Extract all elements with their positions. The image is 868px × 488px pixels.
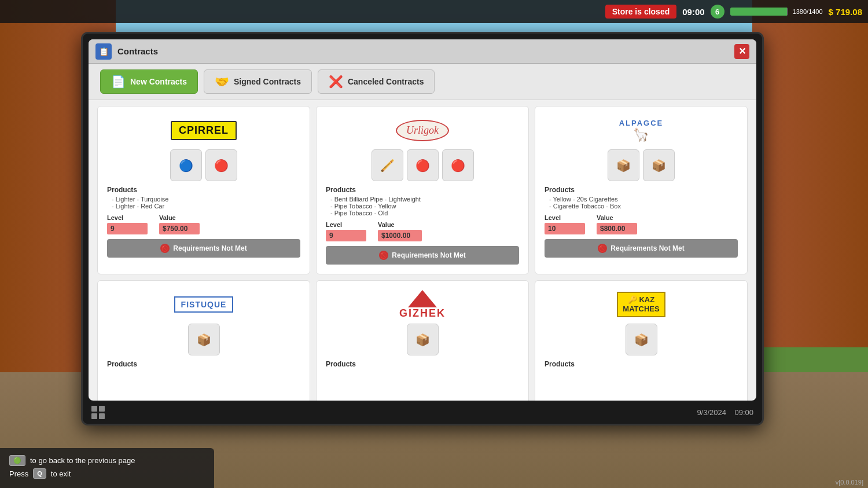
product-thumb-g1: 📦 — [407, 324, 439, 355]
products-list-1: Products Lighter - Turquoise Lighter - R… — [107, 186, 300, 210]
products-label-3: Products — [545, 186, 738, 194]
level-value-row-3: Level 10 Value $800.00 — [545, 214, 738, 234]
window-title: Contracts — [117, 46, 734, 56]
level-label-1: Level — [107, 214, 148, 221]
product-thumb-tobacco2: 🔴 — [442, 149, 474, 181]
products-list-5: Products — [326, 360, 519, 370]
window-titlebar: 📋 Contracts ✕ — [89, 39, 756, 64]
level-value-row-1: Level 9 Value $750.00 — [107, 214, 300, 234]
contract-card-5: GIZHEK 📦 Products — [316, 280, 529, 401]
store-closed-badge: Store is closed — [605, 5, 677, 19]
canceled-contracts-icon: ❌ — [329, 75, 343, 89]
product-thumb-k1: 📦 — [626, 324, 657, 355]
product-thumb-tobacco1: 🔴 — [407, 149, 439, 181]
products-label-1: Products — [107, 186, 300, 194]
value-label-1: Value — [159, 214, 200, 221]
tab-new-contracts[interactable]: 📄 New Contracts — [100, 69, 198, 94]
level-value-3: 10 — [545, 223, 585, 234]
hud-energy-fill — [730, 8, 788, 16]
contract-card-6: 🔑 KAZ MATCHES 📦 Products — [535, 280, 748, 401]
products-list-3: Products Yellow - 20s Cigarettes Cigaret… — [545, 186, 738, 210]
grid-icon[interactable] — [91, 406, 105, 419]
tab-new-contracts-label: New Contracts — [130, 77, 187, 86]
product-images-3: 📦 📦 — [608, 149, 675, 181]
tab-canceled-contracts[interactable]: ❌ Canceled Contracts — [318, 69, 435, 94]
contracts-cards-area[interactable]: CPIRREL 🔵 🔴 Products Lighter - Turquoise… — [89, 100, 756, 401]
product-images-1: 🔵 🔴 — [170, 149, 237, 181]
tab-canceled-contracts-label: Canceled Contracts — [348, 77, 424, 86]
req-icon-1: 🚫 — [160, 244, 170, 253]
value-group-2: Value $1000.00 — [378, 221, 422, 241]
products-label-5: Products — [326, 360, 519, 368]
contracts-window: 📋 Contracts ✕ 📄 New Contracts 🤝 Signed C… — [89, 39, 756, 401]
req-not-met-btn-1[interactable]: 🚫 Requirements Not Met — [107, 239, 300, 258]
products-label-4: Products — [107, 360, 300, 368]
hud-money: $ 719.08 — [829, 7, 862, 17]
product-item-1-0: Lighter - Turquoise — [107, 196, 300, 203]
tab-signed-contracts-label: Signed Contracts — [234, 77, 301, 86]
contract-card-3: ALPAGCE 🦙 📦 📦 Products Yellow - 20s Ciga… — [535, 106, 748, 274]
monitor-frame: 📋 Contracts ✕ 📄 New Contracts 🤝 Signed C… — [81, 32, 764, 425]
level-value-1: 9 — [107, 223, 148, 234]
contract-card-2: Urligok 🪈 🔴 🔴 Products Bent Billiard Pip… — [316, 106, 529, 274]
level-group-2: Level 9 — [326, 221, 366, 241]
help-back-text: to go back to the previous page — [30, 456, 135, 465]
level-label-3: Level — [545, 214, 585, 221]
value-label-3: Value — [597, 214, 637, 221]
product-item-2-1: Pipe Tobacco - Yellow — [326, 203, 519, 210]
tab-bar: 📄 New Contracts 🤝 Signed Contracts ❌ Can… — [89, 64, 756, 100]
monitor-datetime: 9/3/2024 09:00 — [697, 408, 753, 417]
product-thumb-cig2: 📦 — [643, 149, 675, 181]
help-row-back: 🟢 to go back to the previous page — [9, 455, 205, 466]
help-exit-text: to exit — [51, 469, 71, 478]
product-item-3-1: Cigarette Tobacco - Box — [545, 203, 738, 210]
product-item-2-2: Pipe Tobacco - Old — [326, 210, 519, 217]
req-icon-2: 🚫 — [379, 251, 388, 260]
product-thumb-f1: 📦 — [188, 324, 220, 355]
brand-logo-alpagce: ALPAGCE 🦙 — [619, 116, 664, 145]
req-not-met-label-3: Requirements Not Met — [610, 244, 684, 252]
brand-logo-fistuque: FISTUQUE — [174, 290, 234, 319]
new-contracts-icon: 📄 — [111, 75, 126, 89]
product-images-4: 📦 — [188, 324, 220, 355]
help-text: 🟢 to go back to the previous page Press … — [0, 448, 214, 488]
bg-building-right — [752, 0, 868, 347]
hud-time: 09:00 — [682, 7, 704, 17]
req-not-met-label-2: Requirements Not Met — [392, 251, 465, 259]
value-label-2: Value — [378, 221, 422, 228]
brand-logo-urligok: Urligok — [396, 116, 449, 145]
version-text: v[0.0.019] — [836, 479, 863, 486]
req-not-met-btn-2[interactable]: 🚫 Requirements Not Met — [326, 246, 519, 265]
contracts-icon: 📋 — [95, 43, 112, 60]
brand-logo-gizhek: GIZHEK — [399, 290, 446, 319]
brand-logo-cpirrel: CPIRREL — [171, 116, 237, 145]
product-thumb-lighter2: 🔴 — [205, 149, 237, 181]
req-not-met-btn-3[interactable]: 🚫 Requirements Not Met — [545, 239, 738, 258]
product-item-2-0: Bent Billiard Pipe - Lightweight — [326, 196, 519, 203]
close-button[interactable]: ✕ — [734, 44, 749, 59]
product-item-1-1: Lighter - Red Car — [107, 203, 300, 210]
exit-key-icon: Q — [33, 468, 46, 479]
product-thumb-cig1: 📦 — [608, 149, 639, 181]
hud-energy-bar — [730, 8, 788, 16]
product-thumb-pipe: 🪈 — [372, 149, 403, 181]
value-group-3: Value $800.00 — [597, 214, 637, 234]
hud-bar: Store is closed 09:00 6 1380/1400 $ 719.… — [0, 0, 868, 23]
value-value-1: $750.00 — [159, 223, 200, 234]
products-list-4: Products — [107, 360, 300, 370]
signed-contracts-icon: 🤝 — [215, 75, 229, 89]
monitor-bottom-bar: 9/3/2024 09:00 — [83, 401, 762, 424]
level-group-3: Level 10 — [545, 214, 585, 234]
help-row-exit: Press Q to exit — [9, 468, 205, 479]
req-icon-3: 🚫 — [598, 244, 607, 253]
product-images-5: 📦 — [407, 324, 439, 355]
tab-signed-contracts[interactable]: 🤝 Signed Contracts — [204, 69, 312, 94]
brand-logo-kaz: 🔑 KAZ MATCHES — [617, 290, 665, 319]
product-images-6: 📦 — [626, 324, 657, 355]
level-label-2: Level — [326, 221, 366, 228]
products-list-2: Products Bent Billiard Pipe - Lightweigh… — [326, 186, 519, 217]
contract-card-4: FISTUQUE 📦 Products — [97, 280, 310, 401]
level-group-1: Level 9 — [107, 214, 148, 234]
product-item-3-0: Yellow - 20s Cigarettes — [545, 196, 738, 203]
products-label-2: Products — [326, 186, 519, 194]
